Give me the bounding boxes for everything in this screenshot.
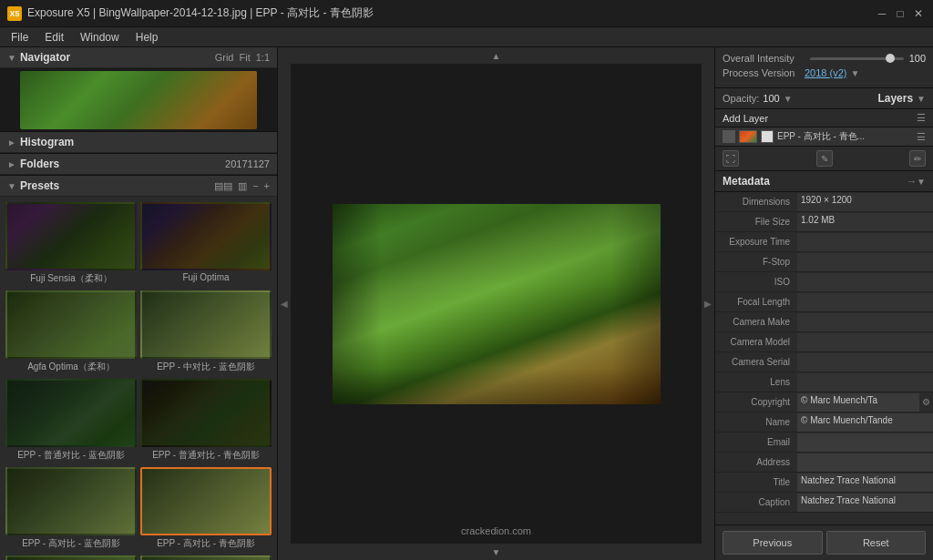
meta-val-model [797,333,933,351]
close-button[interactable]: ✕ [911,6,926,21]
copyright-gear-icon[interactable]: ⚙ [919,397,933,407]
right-collapse-arrow[interactable]: ▶ [702,47,714,560]
presets-header[interactable]: ▼ Presets ▤▤ ▥ − + [0,176,277,197]
presets-minus[interactable]: − [252,180,258,192]
eraser-tool[interactable]: ✏ [909,150,926,167]
meta-val-fstop [797,253,933,271]
preset-item[interactable]: EPP - 普通对比 - 青色阴影 [140,379,272,463]
metadata-row-dimensions: Dimensions 1920 × 1200 [715,192,933,212]
meta-val-copyright[interactable]: © Marc Muench/Ta [797,393,919,412]
main-image-area: crackedion.com [291,64,702,544]
preset-thumb [140,555,272,560]
navigator-title: Navigator [20,51,215,64]
menu-file[interactable]: File [4,29,36,46]
preset-label: Agfa Optima（柔和） [5,359,137,375]
tool-icons-row: ⛶ ✎ ✏ [715,147,933,171]
meta-val-address[interactable] [797,453,933,472]
meta-key-email: Email [715,437,797,447]
intensity-value: 100 [909,53,926,64]
image-credit: crackedion.com [461,525,531,536]
top-collapse-arrow[interactable]: ▲ [291,47,702,64]
layers-dropdown-arrow[interactable]: ▼ [917,94,926,104]
process-version-value[interactable]: 2018 (v2) [805,67,846,78]
preset-thumb [5,467,137,535]
metadata-row-title: Title Natchez Trace National [715,473,933,493]
preset-item[interactable]: EPP - 中对比 - 蓝色阴影 [140,290,272,375]
preset-item[interactable]: EPP - 高对比 - 青色阴影 [140,467,272,552]
histogram-arrow: ► [7,137,16,148]
metadata-row-lens: Lens [715,372,933,392]
reset-button[interactable]: Reset [826,531,927,555]
crop-tool[interactable]: ⛶ [723,150,739,167]
bottom-collapse-arrow[interactable]: ▼ [291,544,702,560]
folders-header[interactable]: ► Folders 20171127 [0,154,277,175]
navigator-arrow: ▼ [7,53,16,63]
preset-label: EPP - 普通对比 - 青色阴影 [140,447,272,463]
bottom-arrow-icon: ▼ [492,547,501,557]
nav-fit[interactable]: Fit [239,52,250,63]
metadata-row-email: Email [715,433,933,453]
preset-item[interactable]: Fuji Provia 100F（柔和） [140,555,272,560]
meta-val-email[interactable] [797,433,933,452]
meta-key-copyright: Copyright [715,397,797,407]
process-version: 2018 (v2) ▼ [805,67,859,78]
add-layer-label: Add Layer [723,113,917,124]
metadata-row-make: Camera Make [715,312,933,332]
histogram-header[interactable]: ► Histogram [0,132,277,153]
presets-arrow: ▼ [7,181,16,191]
maximize-button[interactable]: □ [893,6,907,21]
menu-help[interactable]: Help [128,29,166,46]
nav-grid[interactable]: Grid [215,52,234,63]
menu-edit[interactable]: Edit [37,29,71,46]
layers-label: Layers [877,92,913,105]
preset-item[interactable]: Fuji Optima [140,202,272,287]
metadata-dropdown-arrow[interactable]: ▼ [917,177,926,187]
presets-plus[interactable]: + [264,180,270,192]
preset-label: EPP - 高对比 - 蓝色阴影 [5,535,137,552]
preset-item[interactable]: Fuji Provia 100F [5,555,137,560]
preset-item[interactable]: Fuji Sensia（柔和） [5,202,137,287]
meta-val-exposure [797,233,933,251]
preset-item[interactable]: Agfa Optima（柔和） [5,290,137,375]
navigator-header[interactable]: ▼ Navigator Grid Fit 1:1 [0,47,277,68]
intensity-slider[interactable] [810,57,904,60]
folders-arrow: ► [7,159,16,169]
opacity-dropdown-arrow[interactable]: ▼ [784,94,793,104]
preset-thumb [5,290,137,359]
presets-controls: ▤▤ ▥ − + [214,180,270,192]
preset-item[interactable]: EPP - 高对比 - 蓝色阴影 [5,467,137,552]
preset-label: EPP - 中对比 - 蓝色阴影 [140,359,272,375]
navigator-image [20,71,257,129]
minimize-button[interactable]: ─ [875,6,889,21]
meta-key-caption: Caption [715,497,797,507]
meta-val-dimensions: 1920 × 1200 [797,193,933,211]
preset-thumb [5,379,137,447]
menu-window[interactable]: Window [73,29,127,46]
add-layer-menu[interactable]: ☰ [917,112,926,124]
presets-list-icon[interactable]: ▥ [238,180,247,192]
meta-val-caption[interactable]: Natchez Trace National [797,494,933,512]
intensity-controls: Overall Intensity 100 Process Version 20… [715,47,933,88]
window-title: Exposure X5 | BingWallpaper-2014-12-18.j… [27,5,875,21]
presets-grid-icon[interactable]: ▤▤ [214,180,232,192]
meta-key-exposure: Exposure Time [715,237,797,247]
pen-tool[interactable]: ✎ [816,150,833,167]
previous-button[interactable]: Previous [723,531,823,555]
left-collapse-arrow[interactable]: ◀ [278,47,291,560]
layer-options-menu[interactable]: ☰ [917,131,926,143]
process-version-arrow: ▼ [850,68,859,78]
layer-preview-thumb [739,130,757,143]
folders-title: Folders [20,158,218,170]
intensity-label: Overall Intensity [723,53,805,64]
left-panel: ▼ Navigator Grid Fit 1:1 ► Histogram ► F… [0,47,278,560]
meta-val-name[interactable]: © Marc Muench/Tande [797,413,933,432]
metadata-export-icon[interactable]: → [907,176,917,187]
meta-val-focal [797,293,933,311]
layer-item[interactable]: EPP - 高对比 - 青色... ☰ [715,127,933,147]
meta-key-fstop: F-Stop [715,257,797,267]
metadata-row-address: Address [715,453,933,473]
preset-item[interactable]: EPP - 普通对比 - 蓝色阴影 [5,379,137,463]
layer-color-box[interactable] [723,130,735,143]
nav-ratio[interactable]: 1:1 [256,52,270,63]
meta-val-title[interactable]: Natchez Trace National [797,473,933,492]
